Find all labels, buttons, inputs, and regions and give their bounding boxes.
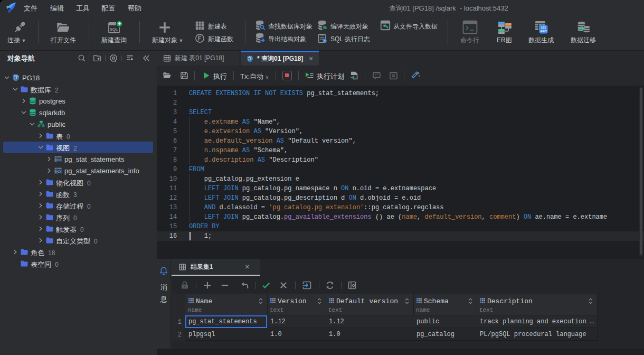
svg-text:101: 101 bbox=[541, 26, 546, 29]
svg-text:SQL: SQL bbox=[110, 27, 118, 32]
svg-text:ABC: ABC bbox=[540, 30, 547, 33]
svg-text:/*: /* bbox=[375, 73, 379, 77]
